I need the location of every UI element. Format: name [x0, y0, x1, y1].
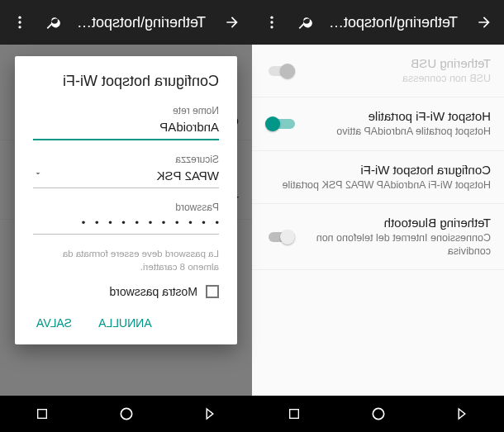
svg-point-2 — [270, 26, 273, 28]
more-vert-icon[interactable] — [262, 12, 282, 32]
nav-recent-icon[interactable] — [285, 405, 303, 423]
password-hint: La password deve essere formata da almen… — [33, 248, 219, 273]
svg-rect-9 — [38, 410, 47, 419]
field-label: Password — [33, 202, 219, 213]
setting-title: Tethering Bluetooth — [295, 216, 491, 230]
nav-bar — [0, 396, 252, 432]
nav-home-icon[interactable] — [369, 405, 388, 423]
setting-usb-tethering[interactable]: Tethering USB USB non connessa — [252, 45, 504, 97]
search-icon[interactable] — [43, 12, 63, 32]
password-field[interactable]: Password • • • • • • • • • • • — [33, 202, 219, 235]
setting-bluetooth-tethering[interactable]: Tethering Bluetooth Connessione Internet… — [252, 204, 504, 271]
settings-list: Tethering USB USB non connessa Hotspot W… — [252, 45, 504, 396]
svg-rect-4 — [290, 410, 299, 419]
back-arrow-icon[interactable] — [222, 12, 242, 32]
svg-point-8 — [121, 408, 131, 419]
app-bar: Tethering\hotspot p... — [0, 0, 252, 45]
setting-title: Hotspot Wi-Fi portatile — [295, 109, 491, 123]
security-dropdown[interactable]: Sicurezza WPA2 PSK — [33, 154, 219, 188]
field-label: Nome rete — [33, 105, 219, 116]
network-name-field[interactable]: Nome rete AndroidAP — [33, 105, 219, 140]
nav-back-icon[interactable] — [453, 405, 471, 423]
show-password-row[interactable]: Mostra password — [33, 285, 219, 298]
field-value[interactable]: • • • • • • • • • • • — [33, 216, 219, 235]
toggle-switch[interactable] — [265, 229, 295, 245]
svg-point-7 — [18, 26, 21, 28]
cancel-button[interactable]: ANNULLA — [95, 310, 155, 336]
nav-recent-icon[interactable] — [33, 405, 51, 423]
configure-hotspot-dialog: Configura hotspot Wi-Fi Nome rete Androi… — [15, 56, 237, 344]
setting-title: Configura hotspot Wi-Fi — [265, 163, 491, 177]
search-icon[interactable] — [295, 12, 315, 32]
appbar-title: Tethering\hotspot p... — [76, 14, 206, 31]
setting-configure-hotspot[interactable]: Configura hotspot Wi-Fi Hotspot Wi-Fi An… — [252, 151, 504, 204]
setting-subtitle: Connessione Internet del telefono non co… — [295, 231, 491, 259]
dialog-title: Configura hotspot Wi-Fi — [33, 73, 219, 90]
setting-subtitle: USB non connessa — [295, 72, 491, 85]
nav-bar — [252, 396, 504, 432]
back-arrow-icon[interactable] — [474, 12, 494, 32]
more-vert-icon[interactable] — [10, 12, 30, 32]
screen-dialog: Tethering\hotspot p... C T Configura hot… — [0, 0, 252, 432]
app-bar: Tethering\hotspot p... — [252, 0, 504, 45]
svg-point-3 — [373, 408, 383, 419]
checkbox-icon[interactable] — [206, 285, 219, 298]
screen-settings: Tethering\hotspot p... Tethering USB USB… — [252, 0, 504, 432]
setting-subtitle: Hotspot portatile AndroidAP attivo — [295, 125, 491, 138]
setting-wifi-hotspot[interactable]: Hotspot Wi-Fi portatile Hotspot portatil… — [252, 97, 504, 150]
nav-home-icon[interactable] — [117, 405, 136, 423]
toggle-switch[interactable] — [265, 116, 295, 132]
svg-point-1 — [270, 21, 273, 23]
svg-point-0 — [270, 17, 273, 19]
show-password-label: Mostra password — [109, 285, 197, 298]
toggle-switch — [265, 63, 295, 79]
nav-back-icon[interactable] — [201, 405, 219, 423]
svg-point-5 — [18, 17, 21, 19]
appbar-title: Tethering\hotspot p... — [328, 14, 458, 31]
setting-title: Tethering USB — [295, 56, 491, 70]
field-label: Sicurezza — [33, 154, 219, 165]
setting-subtitle: Hotspot Wi-Fi AndroidAP WPA2 PSK portati… — [265, 178, 491, 192]
field-value[interactable]: AndroidAP — [33, 120, 219, 140]
field-value: WPA2 PSK — [33, 169, 219, 188]
save-button[interactable]: SALVA — [33, 310, 75, 336]
svg-point-6 — [18, 21, 21, 23]
chevron-down-icon — [33, 167, 43, 182]
dialog-actions: ANNULLA SALVA — [33, 310, 219, 336]
